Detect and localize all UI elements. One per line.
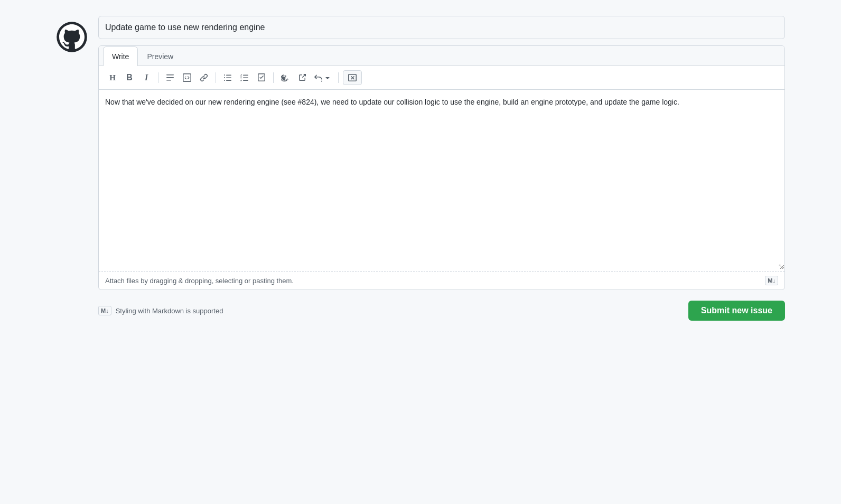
body-textarea[interactable] — [99, 90, 784, 269]
ordered-list-icon — [240, 73, 249, 82]
italic-button[interactable]: I — [139, 70, 154, 85]
footer-bar: M↓ Styling with Markdown is supported Su… — [98, 296, 785, 325]
tabs-bar: Write Preview — [99, 46, 784, 66]
tab-write[interactable]: Write — [103, 46, 138, 66]
mention-button[interactable] — [278, 70, 293, 85]
undo-icon — [314, 73, 322, 82]
heading-button[interactable]: H — [105, 70, 120, 85]
mention-icon — [281, 73, 289, 82]
tab-preview[interactable]: Preview — [138, 46, 182, 66]
markdown-text: Styling with Markdown is supported — [116, 307, 223, 315]
undo-button[interactable] — [312, 70, 334, 85]
toolbar-sep-2 — [216, 72, 216, 83]
editor-container: Write Preview H B I — [98, 45, 785, 290]
code-button[interactable] — [180, 70, 194, 85]
title-input[interactable] — [98, 16, 785, 39]
cross-ref-icon — [298, 73, 306, 82]
task-list-button[interactable] — [254, 70, 269, 85]
link-icon — [200, 73, 208, 82]
unordered-list-icon — [223, 73, 232, 82]
fullscreen-button[interactable] — [343, 70, 362, 85]
blockquote-button[interactable] — [163, 70, 177, 85]
attach-md-badge: M↓ — [765, 276, 778, 285]
undo-dropdown-icon — [323, 73, 332, 82]
link-button[interactable] — [197, 70, 211, 85]
cross-ref-button[interactable] — [295, 70, 310, 85]
toolbar-sep-3 — [273, 72, 274, 83]
code-icon — [183, 73, 191, 82]
task-list-icon — [257, 73, 266, 82]
toolbar: H B I — [99, 66, 784, 90]
toolbar-sep-4 — [338, 72, 339, 83]
submit-button[interactable]: Submit new issue — [688, 301, 785, 321]
toolbar-sep-1 — [158, 72, 158, 83]
ordered-list-button[interactable] — [237, 70, 252, 85]
markdown-info: M↓ Styling with Markdown is supported — [98, 306, 223, 315]
fullscreen-icon — [348, 73, 357, 82]
bold-button[interactable]: B — [122, 70, 137, 85]
attach-bar: Attach files by dragging & dropping, sel… — [99, 271, 784, 290]
attach-text: Attach files by dragging & dropping, sel… — [105, 277, 294, 285]
main-content: Write Preview H B I — [98, 16, 785, 325]
blockquote-icon — [166, 73, 174, 82]
footer-md-badge: M↓ — [98, 306, 111, 315]
unordered-list-button[interactable] — [220, 70, 235, 85]
textarea-wrapper: ⤡ — [99, 90, 784, 271]
github-logo — [56, 21, 88, 53]
